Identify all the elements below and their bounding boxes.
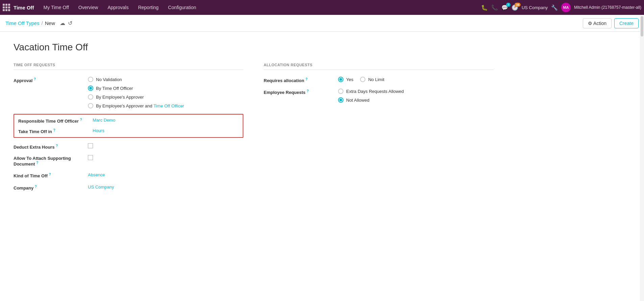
breadcrumb-separator: / — [42, 20, 43, 26]
topnav-right: 🐛 📞 💬 7 🕐 38 US Company 🔧 MA Mitchell Ad… — [481, 3, 641, 12]
form-sections: TIME OFF REQUESTS Approval ? No Validati… — [14, 63, 494, 196]
approval-option-both[interactable]: By Employee's Approver and Time Off Offi… — [88, 103, 243, 108]
clock-icon-btn[interactable]: 🕐 38 — [511, 4, 518, 11]
create-button[interactable]: Create — [614, 18, 639, 28]
responsible-officer-help[interactable]: ? — [80, 118, 82, 122]
kind-of-time-off-value: Absence — [88, 172, 243, 177]
form-title: Vacation Time Off — [14, 42, 494, 53]
chat-icon-btn[interactable]: 💬 7 — [501, 4, 508, 11]
company-row: Company ? US Company — [14, 184, 243, 191]
take-time-off-label: Take Time Off in ? — [18, 128, 86, 134]
company-label: Company ? — [14, 184, 81, 191]
menu-configuration[interactable]: Configuration — [164, 3, 200, 12]
radio-no-validation — [88, 77, 93, 82]
approval-option-officer[interactable]: By Time Off Officer — [88, 85, 243, 91]
requires-allocation-no-limit-option[interactable]: No Limit — [360, 77, 384, 82]
kind-of-time-off-label: Kind of Time Off ? — [14, 172, 81, 178]
allow-attach-label: Allow To Attach Supporting Document ? — [14, 155, 81, 167]
deduct-help[interactable]: ? — [56, 144, 58, 148]
deduct-extra-hours-checkbox[interactable] — [88, 143, 93, 148]
company-name: US Company — [522, 5, 548, 10]
form-container: Vacation Time Off TIME OFF REQUESTS Appr… — [0, 32, 507, 206]
responsible-officer-text: Marc Demo — [93, 118, 115, 123]
avatar[interactable]: MA — [561, 3, 571, 12]
allocation-section-header: ALLOCATION REQUESTS — [264, 63, 494, 70]
subheader: Time Off Types / New ☁ ↺ ⚙ Action Create — [0, 15, 644, 32]
approval-option-employee-approver[interactable]: By Employee's Approver — [88, 94, 243, 100]
approval-officer-label: By Time Off Officer — [96, 86, 133, 91]
radio-not-allowed — [338, 97, 343, 103]
breadcrumb-icons: ☁ ↺ — [60, 20, 72, 26]
take-time-off-text: Hours — [93, 128, 104, 133]
approval-field-row: Approval ? No Validation — [14, 77, 243, 108]
cloud-icon[interactable]: ☁ — [60, 20, 65, 26]
breadcrumb-current: New — [45, 20, 55, 26]
responsible-officer-value: Marc Demo — [93, 117, 239, 123]
company-value: US Company — [88, 184, 243, 190]
settings-icon-btn[interactable]: 🔧 — [551, 4, 558, 11]
approval-label: Approval ? — [14, 77, 81, 83]
grid-icon — [3, 4, 10, 11]
employee-requests-help[interactable]: ? — [307, 89, 309, 93]
kind-of-time-off-text: Absence — [88, 172, 105, 177]
main-menu: My Time Off Overview Approvals Reporting… — [40, 3, 481, 12]
requires-allocation-value: Yes No Limit — [338, 77, 494, 82]
breadcrumb-parent[interactable]: Time Off Types — [5, 20, 40, 26]
app-logo[interactable]: Time Off — [3, 4, 34, 11]
employee-requests-radio-group: Extra Days Requests Allowed Not Allowed — [338, 89, 494, 103]
scrollbar-thumb[interactable] — [641, 16, 643, 36]
radio-requires-no-limit — [360, 77, 365, 82]
extra-days-label: Extra Days Requests Allowed — [346, 89, 404, 94]
chat-badge: 7 — [506, 3, 510, 7]
responsible-officer-label: Responsible Time Off Officer ? — [18, 117, 86, 124]
requires-allocation-label: Requires allocation ? — [264, 77, 331, 83]
employee-requests-row: Employee Requests ? Extra Days Requests … — [264, 89, 494, 103]
employee-requests-extra-days-option[interactable]: Extra Days Requests Allowed — [338, 89, 494, 94]
app-name: Time Off — [14, 5, 34, 10]
undo-icon[interactable]: ↺ — [68, 20, 72, 26]
time-off-officer-link[interactable]: Time Off Officer — [153, 103, 184, 108]
requires-allocation-help[interactable]: ? — [306, 77, 308, 81]
approval-radio-group: No Validation By Time Off Officer By Emp… — [88, 77, 243, 108]
employee-requests-value: Extra Days Requests Allowed Not Allowed — [338, 89, 494, 103]
approval-both-label: By Employee's Approver and Time Off Offi… — [96, 103, 184, 108]
radio-officer — [88, 85, 93, 91]
not-allowed-label: Not Allowed — [346, 98, 369, 103]
username: Mitchell Admin (21768757-master-all) — [574, 5, 641, 10]
approval-no-validation-label: No Validation — [96, 77, 122, 82]
deduct-extra-hours-value — [88, 143, 243, 149]
take-time-off-row: Take Time Off in ? Hours — [18, 128, 239, 134]
allow-attach-row: Allow To Attach Supporting Document ? — [14, 155, 243, 167]
action-button[interactable]: ⚙ Action — [583, 18, 612, 28]
approval-employee-approver-label: By Employee's Approver — [96, 95, 144, 100]
time-off-section-header: TIME OFF REQUESTS — [14, 63, 243, 70]
top-navigation: Time Off My Time Off Overview Approvals … — [0, 0, 644, 15]
menu-overview[interactable]: Overview — [74, 3, 102, 12]
radio-extra-days — [338, 89, 343, 94]
kind-of-time-off-row: Kind of Time Off ? Absence — [14, 172, 243, 178]
company-help[interactable]: ? — [35, 185, 37, 189]
bug-icon-btn[interactable]: 🐛 — [481, 4, 488, 11]
breadcrumb: Time Off Types / New ☁ ↺ — [5, 20, 72, 26]
subheader-actions: ⚙ Action Create — [583, 18, 639, 28]
approval-option-no-validation[interactable]: No Validation — [88, 77, 243, 82]
take-time-off-help[interactable]: ? — [53, 128, 55, 132]
radio-employee-approver — [88, 94, 93, 100]
take-time-off-value: Hours — [93, 128, 239, 133]
kind-help[interactable]: ? — [49, 173, 51, 176]
clock-badge: 38 — [515, 3, 521, 7]
menu-my-time-off[interactable]: My Time Off — [40, 3, 73, 12]
highlighted-fields-box: Responsible Time Off Officer ? Marc Demo… — [14, 114, 243, 138]
menu-reporting[interactable]: Reporting — [134, 3, 163, 12]
allow-attach-checkbox[interactable] — [88, 155, 93, 160]
allow-attach-help[interactable]: ? — [36, 161, 38, 165]
menu-approvals[interactable]: Approvals — [103, 3, 133, 12]
radio-both — [88, 103, 93, 108]
requires-allocation-yes-option[interactable]: Yes — [338, 77, 353, 82]
employee-requests-not-allowed-option[interactable]: Not Allowed — [338, 97, 494, 103]
approval-help[interactable]: ? — [34, 77, 36, 81]
scrollbar-track — [640, 15, 644, 301]
approval-value: No Validation By Time Off Officer By Emp… — [88, 77, 243, 108]
responsible-officer-row: Responsible Time Off Officer ? Marc Demo — [18, 117, 239, 124]
phone-icon-btn[interactable]: 📞 — [491, 4, 498, 11]
